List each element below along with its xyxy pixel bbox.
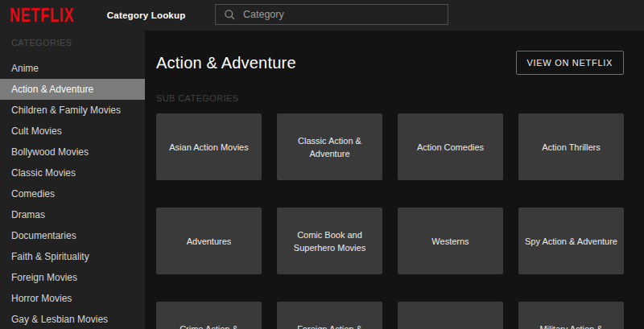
subcategory-card-comic-book-superhero[interactable]: Comic Book and Superhero Movies [277, 208, 382, 274]
sidebar-section-label: CATEGORIES [0, 38, 145, 48]
sidebar-list: Anime Action & Adventure Children & Fami… [0, 58, 145, 329]
view-on-netflix-button[interactable]: VIEW ON NETFLIX [516, 51, 624, 75]
subcategory-card-military-action-adventure[interactable]: Military Action & Adventure [518, 302, 624, 329]
sidebar-item-foreign-movies[interactable]: Foreign Movies [0, 267, 145, 288]
subcategory-card-crime-action-adventure[interactable]: Crime Action & Adventure [156, 302, 262, 329]
sidebar-item-gay-lesbian-movies[interactable]: Gay & Lesbian Movies [0, 309, 145, 329]
sidebar-item-comedies[interactable]: Comedies [0, 183, 145, 204]
search-icon [224, 9, 236, 21]
subcategory-card-adventures[interactable]: Adventures [156, 208, 262, 274]
sidebar-item-faith-spirituality[interactable]: Faith & Spirituality [0, 246, 145, 267]
subcategory-card-action-comedies[interactable]: Action Comedies [398, 113, 503, 180]
subcategory-card-westerns[interactable]: Westerns [398, 208, 503, 274]
sidebar-item-anime[interactable]: Anime [0, 58, 145, 79]
sidebar-item-documentaries[interactable]: Documentaries [0, 225, 145, 246]
sidebar-item-horror-movies[interactable]: Horror Movies [0, 288, 145, 309]
sidebar-item-action-adventure[interactable]: Action & Adventure [0, 79, 145, 100]
subcategory-card-classic-action-adventure[interactable]: Classic Action & Adventure [277, 113, 382, 180]
sidebar-item-children-family[interactable]: Children & Family Movies [0, 100, 145, 121]
subcategory-card-action-thrillers[interactable]: Action Thrillers [518, 113, 624, 180]
subcategory-card-martial-arts-movies[interactable]: Martial Arts Movies [398, 302, 503, 329]
title-row: Action & Adventure VIEW ON NETFLIX [156, 51, 624, 75]
sub-categories-label: SUB CATEGORIES [156, 93, 624, 104]
sidebar: CATEGORIES Anime Action & Adventure Chil… [0, 31, 145, 329]
main-panel: Action & Adventure VIEW ON NETFLIX SUB C… [145, 31, 644, 329]
page-title: Action & Adventure [156, 54, 296, 72]
netflix-logo[interactable]: NETFLIX [10, 4, 74, 27]
sidebar-item-classic-movies[interactable]: Classic Movies [0, 162, 145, 183]
sidebar-item-dramas[interactable]: Dramas [0, 204, 145, 225]
subcategory-card-foreign-action-adventure[interactable]: Foreign Action & Adventure [277, 302, 382, 329]
app-title: Category Lookup [107, 10, 186, 20]
search-box[interactable] [215, 4, 448, 25]
top-header: NETFLIX Category Lookup [0, 0, 644, 31]
sidebar-item-bollywood-movies[interactable]: Bollywood Movies [0, 142, 145, 162]
sub-categories-grid: Asian Action Movies Classic Action & Adv… [156, 113, 624, 329]
search-input[interactable] [243, 9, 448, 20]
subcategory-card-spy-action-adventure[interactable]: Spy Action & Adventure [518, 208, 624, 274]
content-area: CATEGORIES Anime Action & Adventure Chil… [0, 31, 644, 329]
subcategory-card-asian-action-movies[interactable]: Asian Action Movies [156, 113, 262, 180]
sidebar-item-cult-movies[interactable]: Cult Movies [0, 121, 145, 142]
